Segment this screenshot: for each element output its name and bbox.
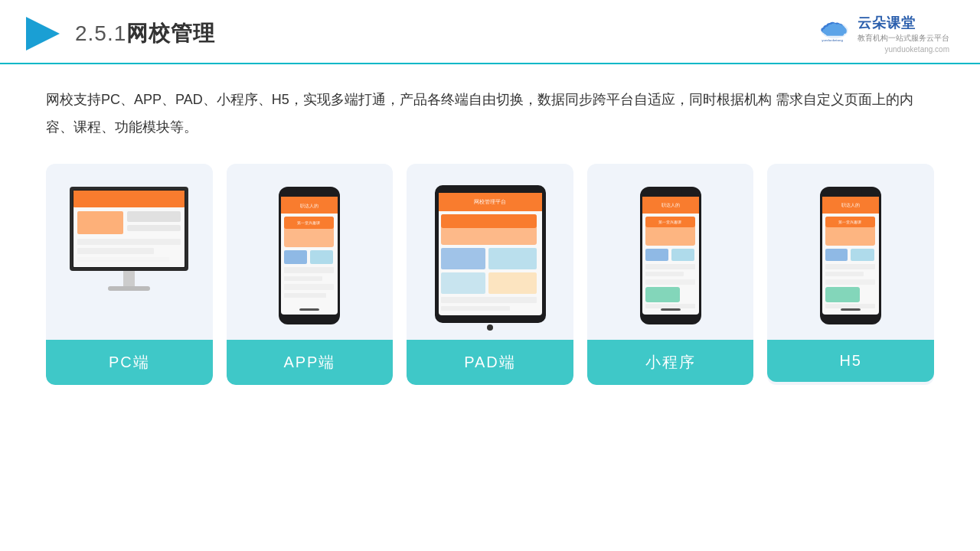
svg-rect-13	[123, 271, 135, 286]
svg-rect-24	[310, 250, 333, 264]
card-image-miniapp: 职达人的 第一堂兴趣课	[587, 164, 754, 340]
card-miniapp: 职达人的 第一堂兴趣课 小程序	[587, 164, 754, 385]
svg-rect-23	[284, 250, 307, 264]
description-text: 网校支持PC、APP、PAD、小程序、H5，实现多端打通，产品各终端自由切换，数…	[46, 86, 934, 141]
card-image-pad: 网校管理平台	[407, 164, 573, 340]
svg-rect-52	[671, 249, 694, 261]
svg-rect-61	[839, 188, 862, 194]
h5-device-svg: 职达人的 第一堂兴趣课	[816, 183, 885, 328]
logo-name: 云朵课堂	[858, 14, 949, 32]
page-title: 2.5.1网校管理	[75, 19, 215, 48]
svg-text:第一堂兴趣课: 第一堂兴趣课	[297, 220, 320, 225]
card-label-pad: PAD端	[407, 340, 573, 385]
card-image-pc	[46, 164, 213, 340]
miniapp-device-svg: 职达人的 第一堂兴趣课	[636, 183, 705, 328]
card-app: 职达人的 第一堂兴趣课 APP端	[227, 164, 394, 385]
svg-marker-0	[26, 17, 60, 51]
svg-rect-37	[441, 248, 485, 269]
app-device-svg: 职达人的 第一堂兴趣课	[275, 183, 344, 328]
svg-rect-57	[645, 304, 695, 308]
svg-rect-69	[825, 264, 875, 269]
svg-text:yunduoketang: yunduoketang	[822, 37, 843, 41]
svg-rect-39	[441, 272, 485, 294]
svg-rect-42	[441, 306, 510, 311]
svg-rect-12	[77, 257, 169, 262]
header-left: 2.5.1网校管理	[23, 14, 215, 54]
cloud-logo-icon: yunduoketang	[818, 15, 851, 43]
svg-rect-8	[127, 211, 181, 222]
svg-rect-54	[645, 272, 684, 276]
svg-rect-73	[825, 304, 875, 308]
svg-rect-40	[488, 272, 537, 294]
svg-rect-67	[825, 249, 848, 261]
svg-rect-45	[659, 188, 682, 194]
card-pc: PC端	[46, 164, 213, 385]
svg-rect-14	[108, 286, 150, 291]
pad-device-svg: 网校管理平台	[427, 179, 554, 332]
svg-rect-38	[488, 248, 537, 269]
play-icon	[23, 14, 63, 54]
svg-rect-72	[825, 287, 860, 302]
logo-domain: yunduoketang.com	[884, 45, 949, 54]
svg-text:第一堂兴趣课: 第一堂兴趣课	[658, 220, 681, 224]
svg-rect-28	[284, 293, 326, 298]
card-image-h5: 职达人的 第一堂兴趣课	[767, 164, 934, 340]
main-content: 网校支持PC、APP、PAD、小程序、H5，实现多端打通，产品各终端自由切换，数…	[0, 64, 980, 400]
card-label-pc: PC端	[46, 340, 213, 385]
svg-text:网校管理平台: 网校管理平台	[474, 199, 506, 204]
card-label-miniapp: 小程序	[587, 340, 754, 385]
logo-container: yunduoketang 云朵课堂 教育机构一站式服务云平台	[818, 14, 949, 44]
svg-rect-56	[645, 287, 680, 302]
svg-rect-10	[77, 239, 181, 245]
svg-rect-7	[77, 211, 123, 234]
svg-text:职达人的: 职达人的	[300, 204, 318, 208]
svg-rect-70	[825, 272, 864, 276]
svg-rect-27	[284, 284, 334, 290]
card-h5: 职达人的 第一堂兴趣课 H5	[767, 164, 934, 385]
svg-rect-29	[299, 308, 319, 311]
pc-device-svg	[62, 179, 196, 332]
card-pad: 网校管理平台 PAD端	[407, 164, 573, 385]
svg-rect-9	[127, 225, 181, 231]
svg-rect-58	[661, 308, 681, 311]
svg-rect-51	[645, 249, 668, 261]
svg-rect-74	[841, 308, 861, 311]
svg-point-32	[487, 324, 493, 331]
svg-rect-68	[851, 249, 874, 261]
svg-rect-53	[645, 264, 695, 269]
svg-rect-36	[441, 214, 537, 228]
svg-text:职达人的: 职达人的	[662, 203, 680, 207]
cards-container: PC端 职达人的 第一堂兴趣课	[46, 164, 934, 385]
logo-area: yunduoketang 云朵课堂 教育机构一站式服务云平台 yunduoket…	[818, 14, 949, 54]
svg-rect-6	[74, 191, 185, 207]
svg-rect-41	[441, 297, 537, 303]
card-label-app: APP端	[227, 340, 394, 385]
svg-rect-26	[284, 276, 322, 281]
svg-rect-17	[296, 187, 322, 194]
header: 2.5.1网校管理 yunduoketang 云朵课堂 教育机构一站式服务云平台…	[0, 0, 980, 64]
logo-text-block: 云朵课堂 教育机构一站式服务云平台	[858, 14, 949, 44]
svg-rect-71	[825, 279, 875, 285]
svg-rect-25	[284, 267, 334, 273]
logo-tagline: 教育机构一站式服务云平台	[858, 33, 949, 44]
svg-text:职达人的: 职达人的	[841, 203, 860, 207]
svg-rect-55	[645, 279, 695, 285]
svg-rect-11	[77, 248, 154, 254]
card-image-app: 职达人的 第一堂兴趣课	[227, 164, 394, 340]
card-label-h5: H5	[767, 340, 934, 382]
svg-text:第一堂兴趣课: 第一堂兴趣课	[838, 220, 861, 224]
